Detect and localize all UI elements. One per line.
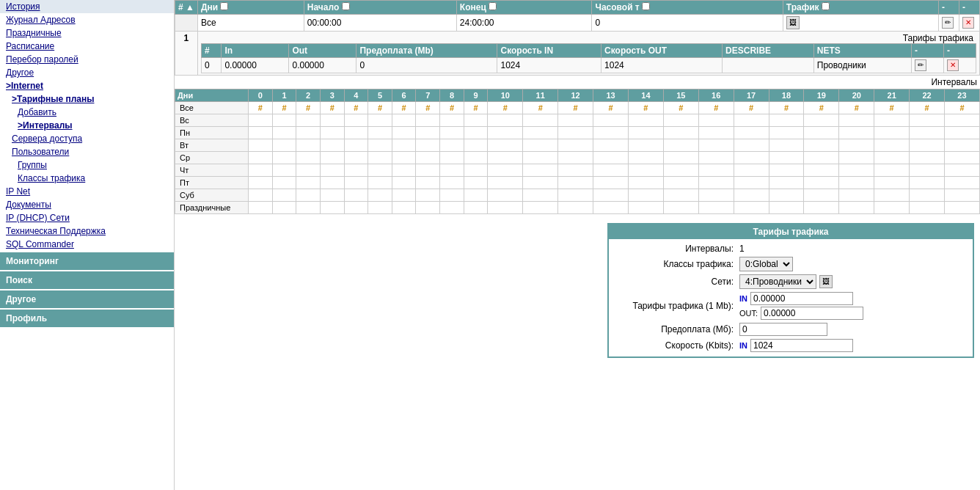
interval-link-all-h15[interactable]: # [679,103,683,112]
sidebar-item-tariff-plans[interactable]: >Тарифные планы [0,92,174,106]
nets-select[interactable]: 4:Проводники [739,274,816,289]
nets-img-icon[interactable]: 🖼 [819,275,833,288]
interval-link-all-h22[interactable]: # [924,103,929,112]
tarif-in-input[interactable] [750,292,853,305]
interval-cell-h8 [440,189,464,202]
sidebar-item-history[interactable]: История [0,0,174,13]
interval-cell-h16[interactable]: # [698,102,734,114]
interval-cell-h22[interactable]: # [910,102,945,114]
intervals-row: Чт [175,164,980,177]
interval-cell-h12[interactable]: # [558,102,593,114]
interval-cell-h7[interactable]: # [416,102,440,114]
delete-icon[interactable]: ✕ [962,17,974,29]
days-checkbox[interactable] [220,2,228,10]
interval-link-all-h0[interactable]: # [258,103,263,112]
sidebar-item-users[interactable]: Пользователи [0,145,174,158]
sidebar-item-access-servers[interactable]: Сервера доступа [0,132,174,145]
interval-link-all-h6[interactable]: # [402,103,406,112]
start-checkbox[interactable] [342,2,350,10]
interval-cell-h2[interactable]: # [296,102,321,114]
interval-cell-h1[interactable]: # [272,102,296,114]
interval-cell-h6[interactable]: # [392,102,416,114]
interval-link-all-h19[interactable]: # [819,103,824,112]
interval-cell-h10[interactable]: # [488,102,523,114]
sidebar-item-brute[interactable]: Перебор паролей [0,53,174,66]
sidebar-item-internet[interactable]: >Internet [0,79,174,92]
interval-cell-h9[interactable]: # [464,102,488,114]
traffic-icon[interactable]: 🖼 [786,16,800,29]
interval-cell-h13[interactable]: # [593,102,629,114]
sidebar-item-intervals[interactable]: >Интервалы [0,119,174,132]
interval-cell-h14[interactable]: # [628,102,663,114]
sidebar-item-add[interactable]: Добавить [0,106,174,119]
interval-link-all-h4[interactable]: # [354,103,358,112]
other-button[interactable]: Другое [0,290,174,308]
nested-delete-icon[interactable]: ✕ [947,59,959,71]
interval-cell-h3[interactable]: # [320,102,344,114]
interval-link-all-h2[interactable]: # [306,103,310,112]
interval-cell-h5[interactable]: # [368,102,392,114]
interval-cell-h15[interactable]: # [663,102,698,114]
interval-cell-h17[interactable]: # [734,102,769,114]
interval-link-all-h17[interactable]: # [749,103,753,112]
interval-link-all-h7[interactable]: # [425,103,430,112]
interval-link-all-h10[interactable]: # [503,103,508,112]
interval-cell-h5 [368,164,392,177]
sidebar-item-other[interactable]: Другое [0,66,174,79]
end-checkbox[interactable] [489,2,497,10]
interval-cell-h17 [734,177,769,189]
interval-link-all-h3[interactable]: # [330,103,334,112]
sidebar-item-sql[interactable]: SQL Commander [0,238,174,251]
interval-link-all-h14[interactable]: # [643,103,648,112]
interval-link-all-h1[interactable]: # [282,103,286,112]
interval-link-all-h23[interactable]: # [959,103,964,112]
tz-checkbox[interactable] [642,2,650,10]
interval-link-all-h21[interactable]: # [890,103,894,112]
sidebar-item-documents[interactable]: Документы [0,198,174,211]
interval-link-all-h13[interactable]: # [608,103,612,112]
nested-edit-icon[interactable]: ✏ [915,59,926,71]
interval-cell-h7 [416,127,440,139]
interval-link-all-h12[interactable]: # [574,103,578,112]
interval-cell-h0[interactable]: # [249,102,273,114]
prepay-input[interactable] [739,323,827,336]
profile-button[interactable]: Профиль [0,310,174,327]
sidebar-item-ipnet[interactable]: IP Net [0,185,174,198]
interval-link-all-h5[interactable]: # [378,103,382,112]
search-button[interactable]: Поиск [0,271,174,289]
sidebar-item-traffic-classes[interactable]: Классы трафика [0,172,174,185]
traffic-checkbox[interactable] [822,2,830,10]
sidebar-item-support[interactable]: Техническая Поддержка [0,224,174,238]
interval-cell-h8[interactable]: # [440,102,464,114]
intervals-col-18: 18 [769,89,804,102]
sidebar-item-journal[interactable]: Журнал Адресов [0,13,174,26]
interval-cell-h4[interactable]: # [344,102,368,114]
sidebar-item-holidays[interactable]: Праздничные [0,26,174,40]
interval-cell-h11[interactable]: # [523,102,558,114]
sidebar-item-groups[interactable]: Группы [0,158,174,172]
interval-link-all-h8[interactable]: # [450,103,454,112]
row-number [175,15,198,32]
interval-link-all-h16[interactable]: # [714,103,718,112]
sidebar-item-dhcp[interactable]: IP (DHCP) Сети [0,211,174,224]
interval-link-all-h11[interactable]: # [538,103,543,112]
interval-cell-h2 [296,139,321,152]
speed-in-input[interactable] [750,339,853,352]
interval-cell-h20[interactable]: # [839,102,874,114]
monitoring-button[interactable]: Мониторинг [0,252,174,270]
edit-icon[interactable]: ✏ [942,17,954,29]
interval-cell-h19[interactable]: # [804,102,839,114]
interval-cell-h20 [839,127,874,139]
cell-delete: ✕ [959,15,980,32]
interval-cell-h21[interactable]: # [874,102,910,114]
interval-cell-h10 [488,114,523,127]
interval-link-all-h18[interactable]: # [784,103,789,112]
sidebar-item-schedule[interactable]: Расписание [0,40,174,53]
traffic-class-select[interactable]: 0:Global [739,257,793,271]
interval-link-all-h9[interactable]: # [474,103,478,112]
tarif-out-input[interactable] [761,307,863,320]
interval-cell-h23[interactable]: # [944,102,979,114]
interval-day-label: Чт [175,164,249,177]
interval-cell-h18[interactable]: # [769,102,804,114]
interval-link-all-h20[interactable]: # [855,103,859,112]
